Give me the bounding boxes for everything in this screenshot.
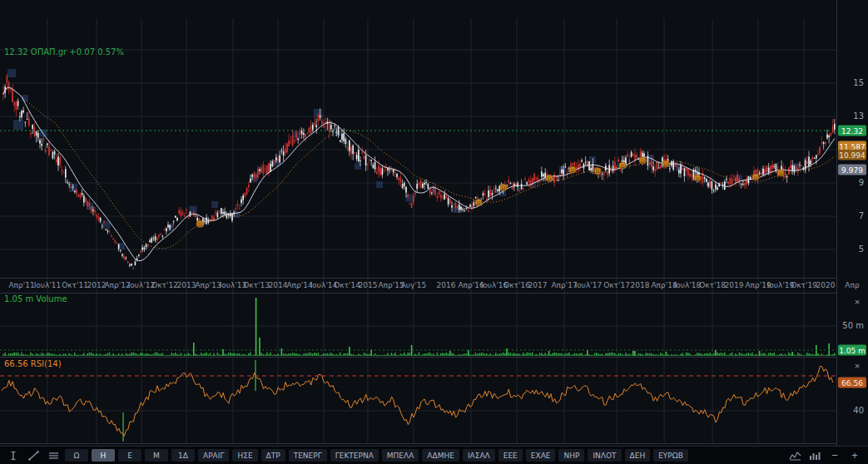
rsi-legend: 66.56 RSI(14) [4,359,62,368]
axis-badge: 12.32 [838,126,866,136]
trading-app: DDDDDDDDDDDD15131197512.3211.58710.9949.… [0,0,868,464]
symbol-tabs: 1ΔΑΡΑΙΓΗΣΕΔΤΡΤΕΝΕΡΓΓΕΚΤΕΡΝΑΜΠΕΛΑΑΔΜΗΕΙΑΣ… [171,449,688,462]
cursor-tool-button[interactable] [5,449,22,462]
price-axis-tick: 7 [859,211,864,220]
time-axis-label: Οκτ'11 [62,281,88,289]
svg-text:12.32: 12.32 [841,127,863,136]
bottom-toolbar: ΩΗΕΜ 1ΔΑΡΑΙΓΗΣΕΔΤΡΤΕΝΕΡΓΓΕΚΤΕΡΝΑΜΠΕΛΑΑΔΜ… [0,446,868,464]
svg-text:D: D [502,185,506,190]
price-axis-tick: 9 [859,178,864,187]
timeframe-button-Η[interactable]: Η [92,449,115,462]
svg-text:D: D [621,163,625,169]
symbol-tab[interactable]: ΙΝΛΟΤ [588,449,621,462]
axis-badge: 9.979 [838,165,866,175]
symbol-tab[interactable]: ΕΕΕ [498,449,523,462]
time-axis-label: Απρ [845,281,860,289]
symbol-tab[interactable]: ΗΣΕ [232,449,257,462]
timeframe-buttons: ΩΗΕΜ [65,449,168,462]
svg-text:D: D [754,175,758,180]
symbol-tab[interactable]: ΝΗΡ [558,449,584,462]
time-axis-label: Οκτ'13 [243,281,270,289]
symbol-tab[interactable]: ΕΥΡΩΒ [653,449,688,462]
line-chart-style-button[interactable] [786,449,803,462]
svg-text:66.56: 66.56 [841,379,863,387]
price-axis-tick: 5 [859,244,864,254]
time-axis-label: Αυγ'15 [401,281,427,289]
rsi-axis-tick: 40 [853,406,864,415]
svg-text:D: D [779,170,783,176]
chart-canvas[interactable]: DDDDDDDDDDDD15131197512.3211.58710.9949.… [0,0,868,446]
trendline-tool-button[interactable] [25,449,42,462]
volume-legend: 1.05 m Volume [4,294,67,304]
time-axis-label: 2013 [177,281,196,289]
svg-text:D: D [641,158,645,164]
chart-style-controls: − + [786,448,863,463]
price-axis-tick: 15 [853,78,864,87]
bar-chart-style-button[interactable] [806,449,823,462]
time-axis-label: Ιουλ'11 [34,281,62,289]
svg-text:9.979: 9.979 [841,166,863,175]
bar-chart-icon [809,451,821,461]
axis-badge: 10.994 [838,150,866,160]
time-axis-label: Οκτ'16 [503,281,530,289]
volume-axis-tick: 50 m [842,321,864,330]
timeframe-button-Ω[interactable]: Ω [65,449,88,462]
symbol-tab[interactable]: ΜΠΕΛΑ [382,449,419,462]
time-axis-label: Απρ'11 [8,281,34,289]
line-chart-icon [789,451,801,461]
symbol-tab[interactable]: ΓΕΚΤΕΡΝΑ [330,449,379,462]
time-axis-label: Απρ'17 [551,281,577,289]
symbol-tab[interactable]: ΤΕΝΕΡΓ [289,449,327,462]
time-axis-label: 2015 [359,281,378,289]
timeframe-button-Μ[interactable]: Μ [145,449,168,462]
time-axis-label: Απρ'14 [286,281,312,289]
zoom-in-button[interactable]: + [846,448,863,463]
drawing-tools [5,449,62,462]
zoom-out-button[interactable]: − [826,448,843,463]
time-axis-label: 2018 [631,281,650,289]
rsi-pane-close-button[interactable]: × [854,362,861,370]
svg-text:D: D [571,167,575,173]
trendline-icon [28,451,39,461]
symbol-tab[interactable]: ΙΑΣΑΛ [463,449,495,462]
svg-text:D: D [596,168,600,174]
cursor-icon [8,451,18,461]
list-icon [48,451,59,461]
time-axis-label: 2020 [816,281,836,289]
timeframe-button-Ε[interactable]: Ε [118,449,141,462]
axis-badge: 66.56 [838,378,866,388]
time-axis-label: 2019 [725,281,744,289]
symbol-tab[interactable]: ΔΕΗ [625,449,651,462]
svg-text:D: D [664,161,668,167]
time-axis-label: Οκτ'12 [151,281,178,289]
symbol-tab[interactable]: ΑΡΑΙΓ [198,449,229,462]
time-axis-label: Ιουλ'18 [674,281,702,289]
time-axis-label: Οκτ'14 [334,281,360,289]
symbol-tab[interactable]: ΔΤΡ [261,449,285,462]
volume-pane-close-button[interactable]: × [854,298,861,306]
svg-text:D: D [477,200,481,205]
time-axis-label: Οκτ'17 [603,281,630,289]
symbol-tab[interactable]: ΕΧΑΕ [526,449,556,462]
axis-badge: 1.05 m [838,345,866,356]
price-axis-tick: 13 [853,111,864,121]
watchlist-tool-button[interactable] [45,449,62,462]
time-axis-label: 2012 [87,281,107,289]
symbol-tab[interactable]: ΑΔΜΗΕ [422,449,459,462]
svg-text:10.994: 10.994 [839,151,866,160]
time-axis-label: 2016 [437,281,456,289]
svg-text:D: D [198,221,202,227]
time-axis-label: 2017 [528,281,548,289]
time-axis-label: Απρ'12 [104,281,130,289]
svg-text:1.05 m: 1.05 m [839,347,866,355]
svg-text:D: D [548,175,552,181]
symbol-tab[interactable]: 1Δ [171,449,195,462]
time-axis-label: Οκτ'18 [699,281,726,289]
price-legend: 12.32 ΟΠΑΠ.gr +0.07 0.57% [4,47,124,57]
time-axis-label: Οκτ'19 [791,281,817,289]
time-axis-label: Ιουλ'17 [575,281,603,289]
time-axis-label: 2014 [269,281,288,289]
svg-text:D: D [696,175,700,181]
time-axis-label: Απρ'13 [195,281,221,289]
